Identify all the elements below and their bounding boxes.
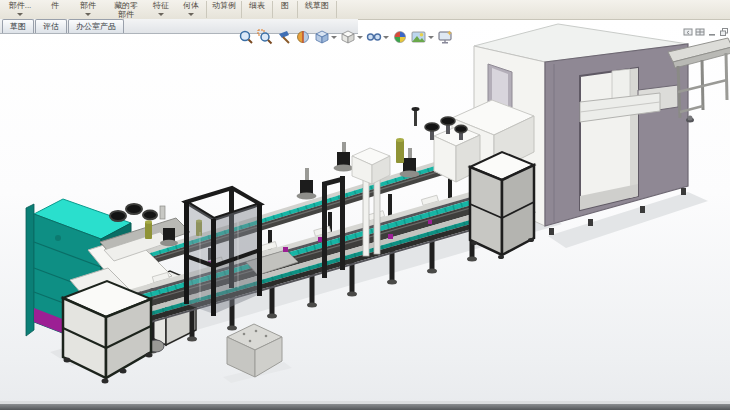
- tab-sketch[interactable]: 草图: [2, 19, 34, 33]
- window-list-icon: [695, 27, 705, 37]
- ribbon-button-label-2: 部件: [118, 10, 134, 19]
- solidworks-window: { "ribbon": { "buttons": [ {"label": "部件…: [0, 0, 730, 410]
- ribbon-reference-geometry-button[interactable]: 何体: [176, 0, 206, 19]
- section-view-icon: [295, 29, 311, 45]
- view-orientation-button[interactable]: [313, 29, 338, 45]
- chevron-down-icon: [331, 36, 337, 39]
- ribbon-button-label: 件: [51, 1, 59, 10]
- restore-document-button[interactable]: [719, 27, 729, 37]
- ribbon-separator: [336, 1, 337, 18]
- ribbon-button-label: 动算例: [212, 1, 236, 10]
- restore-icon: [719, 27, 729, 37]
- tab-label: 评估: [43, 22, 59, 31]
- ribbon-button-label: 部件...: [9, 1, 32, 10]
- zoom-to-area-button[interactable]: [256, 29, 274, 45]
- command-manager-ribbon: 部件... 件 部件 藏的零 部件 特征 何体 动算例 细表 图 线草图: [0, 0, 730, 20]
- minimize-document-button[interactable]: [707, 27, 717, 37]
- chevron-down-icon: [428, 36, 434, 39]
- ribbon-button-label: 部件: [80, 1, 96, 10]
- display-style-icon: [340, 29, 356, 45]
- document-window-controls: [683, 27, 729, 37]
- display-style-button[interactable]: [339, 29, 364, 45]
- chevron-down-icon: [17, 13, 23, 16]
- tab-label: 办公室产品: [76, 22, 116, 31]
- chevron-down-icon: [383, 36, 389, 39]
- edit-appearance-button[interactable]: [391, 29, 409, 45]
- ribbon-button-label: 特征: [153, 1, 169, 10]
- graphics-viewport[interactable]: [0, 20, 730, 405]
- station-discs: [110, 204, 157, 221]
- ribbon-mate-button[interactable]: 件: [40, 0, 70, 19]
- ribbon-assembly-features-button[interactable]: 特征: [146, 0, 176, 19]
- previous-window-button[interactable]: [683, 27, 693, 37]
- view-settings-button[interactable]: [436, 29, 454, 45]
- control-cabinet-front[interactable]: [63, 281, 153, 384]
- taskbar-strip: [0, 404, 730, 410]
- zoom-to-area-icon: [257, 29, 273, 45]
- ribbon-insert-components-button[interactable]: 部件...: [0, 0, 40, 19]
- ribbon-exploded-view-button[interactable]: 图: [273, 0, 297, 19]
- view-orientation-icon: [314, 29, 330, 45]
- ribbon-show-hidden-components-button[interactable]: 藏的零 部件: [106, 0, 146, 19]
- edit-appearance-icon: [392, 29, 408, 45]
- hide-show-items-icon: [366, 29, 382, 45]
- view-settings-icon: [437, 29, 453, 45]
- ribbon-button-label: 图: [281, 1, 289, 10]
- ribbon-component-pattern-button[interactable]: 部件: [70, 0, 106, 19]
- previous-window-icon: [683, 27, 693, 37]
- ribbon-button-label: 细表: [249, 1, 265, 10]
- ribbon-button-label: 藏的零: [114, 1, 138, 10]
- ribbon-explode-line-sketch-button[interactable]: 线草图: [298, 0, 336, 19]
- tab-evaluate[interactable]: 评估: [35, 19, 67, 33]
- section-view-button[interactable]: [294, 29, 312, 45]
- assembly-3d-scene: [0, 0, 730, 410]
- heads-up-view-toolbar: [237, 28, 454, 46]
- zoom-to-fit-icon: [238, 29, 254, 45]
- end-cabinet[interactable]: [470, 152, 534, 259]
- window-list-button[interactable]: [695, 27, 705, 37]
- ribbon-button-label: 线草图: [305, 1, 329, 10]
- tab-label: 草图: [10, 22, 26, 31]
- chevron-down-icon: [85, 13, 91, 16]
- zoom-to-fit-button[interactable]: [237, 29, 255, 45]
- previous-view-button[interactable]: [275, 29, 293, 45]
- apply-scene-icon: [411, 29, 427, 45]
- previous-view-icon: [276, 29, 292, 45]
- ribbon-bill-of-materials-button[interactable]: 细表: [242, 0, 272, 19]
- apply-scene-button[interactable]: [410, 29, 435, 45]
- minimize-icon: [707, 27, 717, 37]
- safety-gantry-frame[interactable]: [184, 188, 262, 316]
- ribbon-motion-study-button[interactable]: 动算例: [207, 0, 241, 19]
- chevron-down-icon: [357, 36, 363, 39]
- ribbon-button-label: 何体: [183, 1, 199, 10]
- tab-office-products[interactable]: 办公室产品: [68, 19, 124, 33]
- chevron-down-icon: [158, 13, 164, 16]
- chevron-down-icon: [188, 13, 194, 16]
- hide-show-items-button[interactable]: [365, 29, 390, 45]
